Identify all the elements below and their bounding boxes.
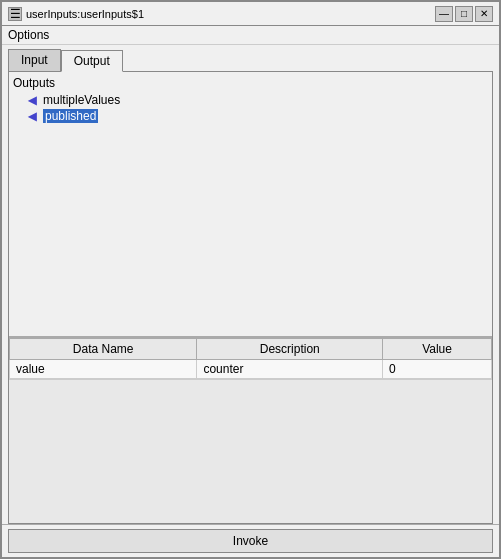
cell-data-name: value — [10, 360, 197, 379]
outputs-section: Outputs ◀ multipleValues ◀ published — [9, 72, 492, 338]
minimize-button[interactable]: — — [435, 6, 453, 22]
main-window: ☰ userInputs:userInputs$1 — □ ✕ Options … — [0, 0, 501, 559]
col-header-value: Value — [383, 339, 492, 360]
outputs-label: Outputs — [13, 76, 488, 90]
options-menu[interactable]: Options — [8, 28, 49, 42]
window-title: userInputs:userInputs$1 — [26, 8, 144, 20]
invoke-button[interactable]: Invoke — [8, 529, 493, 553]
cell-value: 0 — [383, 360, 492, 379]
maximize-button[interactable]: □ — [455, 6, 473, 22]
tree-item-label: multipleValues — [43, 93, 120, 107]
main-panel: Outputs ◀ multipleValues ◀ published Dat… — [8, 71, 493, 524]
window-icon: ☰ — [8, 7, 22, 21]
arrow-left-icon: ◀ — [25, 94, 39, 106]
list-item[interactable]: ◀ multipleValues — [13, 92, 488, 108]
cell-description: counter — [197, 360, 383, 379]
col-header-data-name: Data Name — [10, 339, 197, 360]
close-button[interactable]: ✕ — [475, 6, 493, 22]
title-bar-left: ☰ userInputs:userInputs$1 — [8, 7, 144, 21]
menu-bar: Options — [2, 26, 499, 45]
tab-input[interactable]: Input — [8, 49, 61, 71]
title-bar-buttons: — □ ✕ — [435, 6, 493, 22]
table-row: value counter 0 — [10, 360, 492, 379]
bottom-table-area: Data Name Description Value value counte… — [9, 338, 492, 523]
arrow-left-icon: ◀ — [25, 110, 39, 122]
table-empty-area — [9, 379, 492, 523]
col-header-description: Description — [197, 339, 383, 360]
data-table: Data Name Description Value value counte… — [9, 338, 492, 379]
tree-item-label-selected: published — [43, 109, 98, 123]
list-item[interactable]: ◀ published — [13, 108, 488, 124]
tabs-area: Input Output — [2, 45, 499, 71]
tab-output[interactable]: Output — [61, 50, 123, 72]
title-bar: ☰ userInputs:userInputs$1 — □ ✕ — [2, 2, 499, 26]
footer: Invoke — [2, 524, 499, 557]
